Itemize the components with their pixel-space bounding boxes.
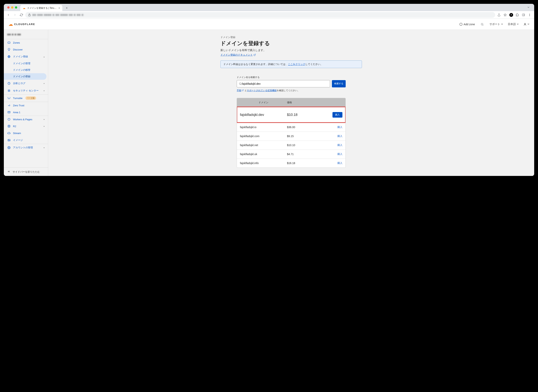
account-selector[interactable]: ■■ ■ ■ ■■ (4, 30, 48, 39)
buy-link[interactable]: 購入 (338, 135, 342, 137)
sidebar-sub-domain-register[interactable]: ドメインの登録 (4, 73, 46, 80)
doc-link[interactable]: ドメイン登録のドキュメント (220, 53, 256, 57)
result-row: fajsklfadsjkl.dev$10.18購入 (237, 107, 345, 123)
svg-marker-11 (517, 24, 519, 25)
collapse-icon (7, 170, 10, 174)
result-domain: fajsklfadsjkl.info (240, 162, 287, 165)
globe-icon (7, 55, 11, 58)
sidebar-item-workers[interactable]: Workers & Pages ▾ (4, 116, 48, 123)
address-bar[interactable]: ■■ ■■■ ■■■■ ■ ■■ ■■■■ ■■ ■ ■■ ■ (25, 12, 495, 18)
zero-trust-icon (7, 104, 11, 107)
maximize-window[interactable] (15, 6, 17, 9)
beta-badge: ベータ版 (25, 96, 36, 100)
extensions-icon[interactable] (515, 12, 520, 18)
result-domain: fajsklfadsjkl.net (240, 144, 287, 147)
svg-line-25 (241, 84, 241, 85)
domain-search-input[interactable] (242, 82, 328, 85)
lightbulb-icon (7, 48, 11, 51)
sidebar: ■■ ■ ■ ■■ Zones Discover ドメイン登録 ▴ ドメインの管… (4, 30, 48, 176)
cloudflare-favicon: ☁ (23, 6, 26, 9)
cloudflare-logo[interactable]: ☁ CLOUDFLARE (8, 22, 35, 27)
svg-point-5 (529, 15, 530, 15)
page-title: ドメインを登録する (220, 40, 362, 47)
sidebar-item-discover[interactable]: Discover (4, 46, 48, 53)
new-tab-button[interactable]: + (64, 6, 70, 10)
extension-angular-icon[interactable]: A (509, 12, 514, 18)
chevron-down-icon: ▾ (44, 125, 45, 127)
result-price: $4.71 (287, 153, 325, 156)
result-price: $10.18 (287, 113, 325, 117)
bookmark-icon[interactable] (502, 12, 508, 18)
sidebar-item-turnstile[interactable]: Turnstile ベータ版 (4, 94, 48, 102)
browser-menu-icon[interactable] (527, 12, 532, 18)
collapse-sidebar[interactable]: サイドバーを折りたたむ (4, 168, 48, 176)
search-button[interactable]: 検索する (332, 80, 346, 87)
sidebar-item-stream[interactable]: Stream (4, 130, 48, 136)
database-icon (7, 125, 11, 128)
back-button[interactable] (6, 12, 11, 18)
reload-button[interactable] (19, 12, 24, 18)
result-domain: fajsklfadsjkl.io (240, 126, 287, 129)
sidebar-sub-domain-transfer[interactable]: ドメインの移管 (4, 67, 48, 73)
chevron-down-icon: ▾ (44, 82, 45, 84)
sidebar-item-security[interactable]: セキュリティ センター ▾ (4, 87, 48, 94)
url-redacted: ■■ ■■■ ■■■■ ■ ■■ ■■■■ ■■ ■ ■■ ■ (32, 13, 83, 16)
result-row: fajsklfadsjkl.uk$4.71購入 (237, 149, 345, 159)
browser-tab[interactable]: ☁ ドメインを登録する | Teruhiro Ko... × (20, 5, 62, 11)
sidebar-item-account-mgmt[interactable]: アカウントの管理 ▾ (4, 144, 48, 151)
chevron-down-icon: ▾ (44, 147, 45, 149)
app-header: ☁ CLOUDFLARE Add zone サポート 日本語 (4, 19, 534, 30)
svg-marker-1 (504, 14, 506, 16)
header-search-icon[interactable] (479, 22, 485, 27)
buy-button[interactable]: 購入 (333, 112, 342, 118)
buy-link[interactable]: 購入 (338, 126, 342, 129)
instructions-link[interactable]: 手順 (237, 89, 241, 92)
sidebar-item-area1[interactable]: Area 1 (4, 109, 48, 116)
main-content: ドメイン登録 ドメインを登録する 新しいドメインを有料で購入します。 ドメイン登… (48, 30, 534, 176)
result-row: fajsklfadsjkl.info$16.18購入 (237, 159, 345, 168)
close-window[interactable] (7, 6, 9, 9)
result-domain: fajsklfadsjkl.dev (240, 113, 287, 117)
chevron-down-icon (517, 23, 519, 25)
minimize-window[interactable] (11, 6, 13, 9)
info-banner: ドメイン料金はまもなく変更されます。詳細については、ここをクリックしてください。 (220, 61, 362, 68)
sidebar-item-domain-reg[interactable]: ドメイン登録 ▴ (4, 53, 48, 60)
workers-icon (7, 118, 11, 121)
svg-point-6 (529, 15, 530, 16)
sidebar-item-images[interactable]: イメージ (4, 136, 48, 144)
account-dropdown[interactable] (524, 23, 530, 26)
chevron-down-icon: ▾ (44, 118, 45, 121)
banner-link[interactable]: ここをクリック (288, 63, 305, 65)
col-domain: ドメイン (240, 101, 287, 104)
close-tab-icon[interactable]: × (59, 6, 60, 9)
share-icon[interactable] (496, 12, 502, 18)
forward-button[interactable] (12, 12, 18, 18)
result-row: fajsklfadsjkl.com$9.15購入 (237, 131, 345, 140)
language-dropdown[interactable]: 日本語 (508, 23, 519, 26)
sidebar-item-zero-trust[interactable]: Zero Trust (4, 102, 48, 109)
buy-link[interactable]: 購入 (338, 144, 342, 146)
svg-point-18 (9, 90, 9, 91)
sidebar-sub-domain-manage[interactable]: ドメインの管理 (4, 60, 48, 67)
results-table: ドメイン 価格 fajsklfadsjkl.dev$10.18購入fajsklf… (237, 98, 346, 168)
external-link-icon (242, 89, 244, 91)
svg-point-24 (239, 83, 241, 84)
sidebar-item-r2[interactable]: R2 ▾ (4, 123, 48, 130)
search-box[interactable] (237, 80, 330, 87)
user-icon (524, 23, 527, 26)
buy-link[interactable]: 購入 (338, 153, 342, 155)
sidebar-item-analytics[interactable]: 分析とログ ▾ (4, 80, 48, 87)
sidebar-item-zones[interactable]: Zones (4, 39, 48, 46)
supported-ext-link[interactable]: サポートされている拡張機能 (247, 89, 277, 92)
result-price: $36.00 (287, 126, 325, 129)
sidepanel-icon[interactable] (521, 12, 526, 18)
tab-list-button[interactable] (525, 6, 532, 9)
search-icon (239, 82, 242, 85)
search-help: 手順 とサポートされている拡張機能を確認してください。 (237, 89, 346, 92)
svg-marker-10 (501, 24, 503, 25)
support-dropdown[interactable]: サポート (489, 23, 503, 26)
chevron-up-icon: ▴ (44, 56, 45, 58)
buy-link[interactable]: 購入 (338, 162, 342, 164)
chevron-down-icon (501, 23, 503, 25)
add-zone-button[interactable]: Add zone (459, 23, 475, 26)
